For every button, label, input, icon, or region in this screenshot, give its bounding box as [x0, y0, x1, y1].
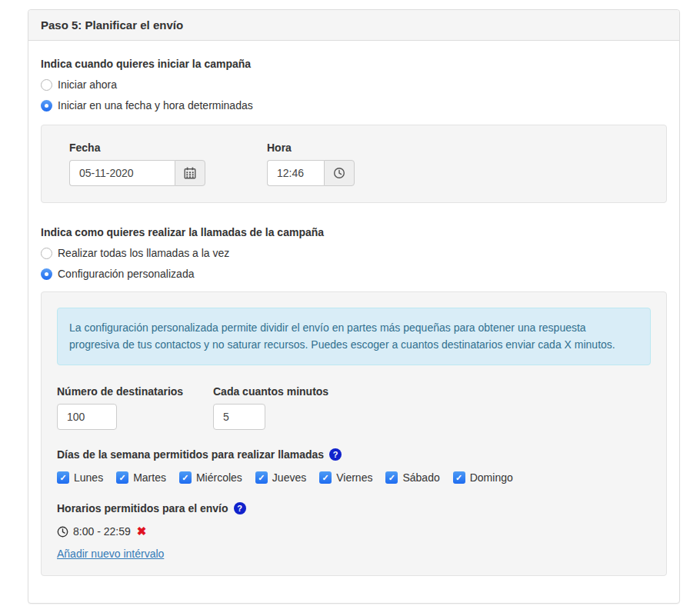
recipients-label: Número de destinatarios — [57, 385, 213, 398]
day-label: Martes — [133, 471, 166, 484]
checkbox-checked-icon[interactable]: ✓ — [255, 471, 268, 484]
interval-row: 8:00 - 22:59 ✖ — [57, 524, 651, 538]
time-field-group: Hora — [267, 142, 353, 186]
days-label: Días de la semana permitidos para realiz… — [57, 448, 324, 461]
checkbox-checked-icon[interactable]: ✓ — [319, 471, 332, 484]
add-interval-link[interactable]: Añadir nuevo intérvalo — [57, 548, 164, 560]
radio-off-icon[interactable] — [41, 248, 52, 259]
day-checkbox-martes[interactable]: ✓ Martes — [116, 471, 166, 484]
day-checkbox-lunes[interactable]: ✓ Lunes — [57, 471, 103, 484]
panel-title: Paso 5: Planificar el envío — [28, 10, 679, 41]
interval-clock-icon — [57, 526, 68, 538]
radio-label: Iniciar en una fecha y hora determinadas — [58, 98, 253, 112]
question-icon[interactable]: ? — [234, 502, 246, 514]
step5-panel: Paso 5: Planificar el envío Indica cuand… — [28, 9, 680, 604]
custom-config-panel: La configuración personalizada permite d… — [41, 291, 667, 576]
date-input[interactable] — [69, 160, 175, 186]
radio-iniciar-fecha-hora[interactable]: Iniciar en una fecha y hora determinadas — [41, 98, 667, 112]
recipients-input[interactable] — [57, 404, 117, 430]
question-icon[interactable]: ? — [329, 448, 342, 461]
radio-label: Iniciar ahora — [58, 78, 117, 92]
checkbox-checked-icon[interactable]: ✓ — [116, 471, 128, 484]
time-input-group — [267, 160, 353, 186]
throttle-form-row: Número de destinatarios Cada cuantos min… — [57, 385, 651, 430]
minutes-label: Cada cuantos minutos — [213, 385, 328, 398]
radio-label: Configuración personalizada — [58, 267, 194, 281]
schedule-panel: Fecha — [41, 125, 667, 203]
radio-label: Realizar todas los llamadas a la vez — [58, 246, 229, 260]
remove-interval-icon[interactable]: ✖ — [137, 524, 147, 538]
day-checkbox-domingo[interactable]: ✓ Domingo — [453, 471, 513, 484]
date-field-group: Fecha — [69, 142, 205, 186]
recipients-field-group: Número de destinatarios — [57, 385, 213, 430]
info-alert: La configuración personalizada permite d… — [57, 308, 651, 365]
date-label: Fecha — [69, 142, 205, 154]
calendar-addon-button[interactable] — [175, 160, 205, 186]
hours-label: Horarios permitidos para el envío — [57, 502, 228, 514]
minutes-input[interactable] — [213, 404, 265, 430]
radio-on-icon[interactable] — [41, 100, 52, 112]
clock-icon — [333, 167, 345, 179]
radio-on-icon[interactable] — [41, 268, 52, 280]
day-checkbox-jueves[interactable]: ✓ Jueves — [255, 471, 306, 484]
day-label: Viernes — [336, 471, 372, 484]
time-input[interactable] — [267, 160, 324, 186]
minutes-field-group: Cada cuantos minutos — [213, 385, 328, 430]
start-section-label: Indica cuando quieres iniciar la campaña — [41, 58, 667, 70]
day-label: Jueves — [272, 471, 306, 484]
checkbox-checked-icon[interactable]: ✓ — [179, 471, 192, 484]
checkbox-checked-icon[interactable]: ✓ — [57, 471, 69, 484]
day-checkbox-viernes[interactable]: ✓ Viernes — [319, 471, 372, 484]
days-checkbox-row: ✓ Lunes ✓ Martes ✓ Miércoles ✓ Jueves ✓ — [57, 471, 651, 484]
date-input-group — [69, 160, 205, 186]
day-label: Miércoles — [196, 471, 242, 484]
day-checkbox-miercoles[interactable]: ✓ Miércoles — [179, 471, 242, 484]
clock-addon-button[interactable] — [324, 160, 355, 186]
days-label-row: Días de la semana permitidos para realiz… — [57, 448, 651, 461]
radio-iniciar-ahora[interactable]: Iniciar ahora — [41, 78, 667, 92]
time-label: Hora — [267, 142, 353, 154]
day-label: Sábado — [402, 471, 439, 484]
day-checkbox-sabado[interactable]: ✓ Sábado — [385, 471, 439, 484]
checkbox-checked-icon[interactable]: ✓ — [453, 471, 465, 484]
calendar-icon — [184, 167, 196, 179]
hours-label-row: Horarios permitidos para el envío ? — [57, 502, 651, 514]
day-label: Lunes — [74, 471, 103, 484]
interval-value: 8:00 - 22:59 — [73, 525, 131, 538]
radio-todas-a-la-vez[interactable]: Realizar todas los llamadas a la vez — [41, 246, 667, 260]
day-label: Domingo — [470, 471, 513, 484]
panel-body: Indica cuando quieres iniciar la campaña… — [28, 41, 679, 603]
mode-section-label: Indica como quieres realizar la llamadas… — [41, 226, 667, 238]
checkbox-checked-icon[interactable]: ✓ — [385, 471, 398, 484]
radio-configuracion-personalizada[interactable]: Configuración personalizada — [41, 267, 667, 281]
radio-off-icon[interactable] — [41, 79, 52, 91]
